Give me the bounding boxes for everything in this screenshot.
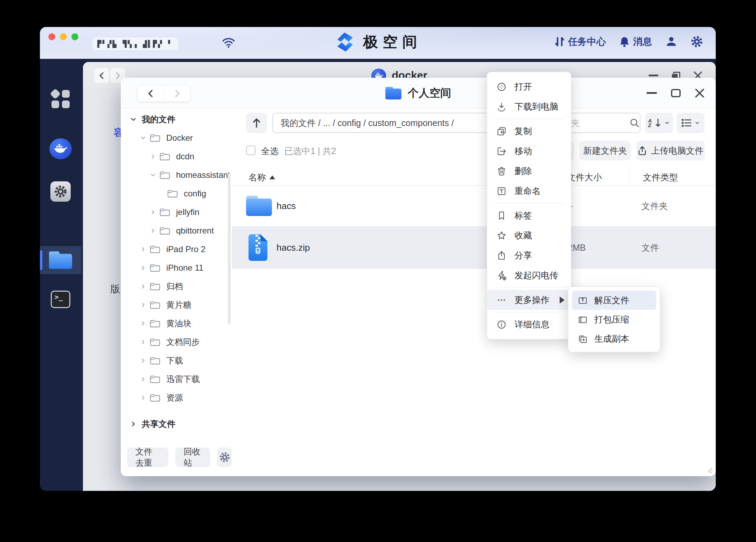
files-folder-icon (49, 251, 72, 269)
chevron-right-icon[interactable] (139, 394, 147, 401)
tree-item-huangpiantang[interactable]: 黄片糖 (121, 296, 232, 314)
chevron-right-icon[interactable] (139, 246, 147, 253)
file-window-title: 个人空间 (121, 78, 716, 109)
minimize-traffic-light[interactable] (60, 33, 67, 40)
tree-item-docker[interactable]: Docker (121, 128, 232, 147)
window-resize-handle[interactable] (705, 466, 713, 473)
column-header-type[interactable]: 文件类型 (643, 172, 678, 183)
dock-item-docker[interactable] (40, 138, 81, 159)
dedupe-button[interactable]: 文件去重 (127, 447, 168, 467)
chevron-right-icon[interactable] (139, 357, 147, 364)
copy-icon (496, 126, 507, 137)
chevron-right-icon[interactable] (139, 283, 147, 290)
file-table-header: 名称 文件大小 文件类型 (232, 169, 716, 186)
tree-item-jellyfin[interactable]: jellyfin (121, 203, 232, 221)
file-row-hacs[interactable]: hacs 03 ... – 文件夹 (232, 186, 716, 226)
tree-item-ipad-pro-2[interactable]: iPad Pro 2 (121, 240, 232, 258)
upload-button[interactable]: 上传电脑文件 (636, 141, 705, 160)
submenu-item-compress[interactable]: 打包压缩 (572, 310, 656, 329)
menu-item-flash-transfer[interactable]: 发起闪电传 (487, 265, 571, 285)
more-actions-submenu: 解压文件 打包压缩 生 (568, 287, 660, 352)
tree-item-doc-sync[interactable]: 文档同步 (121, 333, 232, 351)
tree-settings-button[interactable] (217, 447, 232, 467)
chevron-down-icon[interactable] (149, 172, 157, 179)
close-icon[interactable] (695, 88, 705, 98)
tree-item-thunder-downloads[interactable]: 迅雷下载 (121, 370, 232, 388)
zoom-traffic-light[interactable] (71, 33, 78, 40)
menu-item-details[interactable]: 详细信息 (487, 314, 571, 334)
menu-item-rename[interactable]: 重命名 (487, 181, 571, 201)
menu-item-copy[interactable]: 复制 (487, 121, 571, 141)
task-center-button[interactable]: 任务中心 (555, 35, 606, 48)
view-mode-button[interactable] (677, 113, 705, 133)
chevron-right-icon[interactable] (149, 153, 157, 160)
upload-icon (638, 146, 647, 155)
context-menu: 打开 下载到电脑 复制 (487, 72, 571, 339)
tree-item-huangyoukuai[interactable]: 黄油块 (121, 314, 232, 333)
chevron-right-icon[interactable] (139, 264, 147, 271)
minimize-icon[interactable] (646, 92, 657, 94)
gear-icon (691, 35, 703, 48)
dock-item-apps[interactable] (40, 90, 81, 109)
chevron-right-icon[interactable] (149, 227, 157, 234)
folder-icon (149, 244, 162, 254)
tree-item-homeassistant[interactable]: homeassistant (121, 166, 232, 184)
menu-item-delete[interactable]: 删除 (487, 161, 571, 181)
column-header-size[interactable]: 文件大小 (567, 172, 602, 183)
column-header-name[interactable]: 名称 (248, 172, 275, 183)
menu-item-favorite[interactable]: 收藏 (487, 225, 571, 245)
chevron-right-icon[interactable] (139, 320, 147, 327)
menu-item-open[interactable]: 打开 (487, 77, 571, 97)
menu-item-share[interactable]: 分享 (487, 245, 571, 265)
select-all-label[interactable]: 全选 (261, 145, 279, 157)
breadcrumb[interactable]: 我的文件 / ... / config / custom_components … (272, 113, 523, 133)
chevron-down-icon[interactable] (129, 116, 138, 123)
dock-item-system-settings[interactable] (40, 181, 81, 202)
file-row-hacs-zip[interactable]: hacs.zip 03 ... 2MB 文件 (232, 226, 716, 269)
sort-button[interactable]: AZ (645, 113, 673, 133)
minimize-icon[interactable] (649, 75, 658, 77)
tree-scrollbar[interactable] (228, 173, 231, 324)
tree-item-shared-files[interactable]: 共享文件 (121, 415, 232, 433)
messages-button[interactable]: 消息 (619, 35, 652, 48)
zip-folder-icon (578, 314, 588, 325)
tree-item-downloads[interactable]: 下载 (121, 351, 232, 370)
maximize-icon[interactable] (671, 89, 681, 97)
close-traffic-light[interactable] (48, 33, 55, 40)
menu-divider (493, 312, 565, 312)
list-view-icon (681, 118, 692, 127)
chevron-right-icon[interactable] (139, 301, 147, 308)
settings-button[interactable] (691, 35, 703, 48)
dock-item-files[interactable] (40, 251, 81, 269)
submenu-item-duplicate[interactable]: 生成副本 (572, 329, 656, 348)
chevron-right-icon[interactable] (149, 209, 157, 216)
select-all-checkbox[interactable] (246, 146, 255, 155)
dock-item-terminal[interactable]: >_ (40, 291, 81, 308)
tree-item-resources[interactable]: 资源 (121, 388, 232, 407)
menu-item-download[interactable]: 下载到电脑 (487, 97, 571, 117)
tree-item-config[interactable]: config (121, 184, 232, 203)
duplicate-icon (578, 334, 588, 344)
device-name-box[interactable]: ▛▘▞▙ ▜▚▗ ▟▌▛▞ ▘ (92, 37, 178, 50)
app-grid-icon (51, 90, 70, 109)
menu-item-tag[interactable]: 标签 (487, 206, 571, 225)
chevron-down-icon[interactable] (139, 134, 147, 141)
tree-item-dcdn[interactable]: dcdn (121, 147, 232, 166)
tree-item-my-files[interactable]: 我的文件 (121, 110, 232, 128)
menu-item-move[interactable]: 移动 (487, 141, 571, 161)
account-button[interactable] (665, 36, 677, 48)
tree-item-archive[interactable]: 归档 (121, 277, 232, 296)
recycle-bin-button[interactable]: 回收站 (175, 447, 210, 467)
new-folder-button[interactable]: 新建文件夹 (580, 141, 631, 160)
submenu-item-extract[interactable]: 解压文件 (572, 291, 656, 310)
tree-footer: 文件去重 回收站 (127, 447, 232, 467)
tree-item-iphone-11[interactable]: iPhone 11 (121, 258, 232, 277)
chevron-right-icon[interactable] (139, 376, 147, 383)
up-directory-button[interactable] (246, 113, 267, 133)
menu-item-more-actions[interactable]: 更多操作 (487, 290, 571, 310)
tree-item-qbittorrent[interactable]: qbittorrent (121, 221, 232, 240)
chevron-right-icon[interactable] (129, 420, 138, 428)
wifi-icon[interactable] (222, 37, 235, 48)
search-icon[interactable] (629, 118, 640, 128)
chevron-right-icon[interactable] (139, 339, 147, 346)
